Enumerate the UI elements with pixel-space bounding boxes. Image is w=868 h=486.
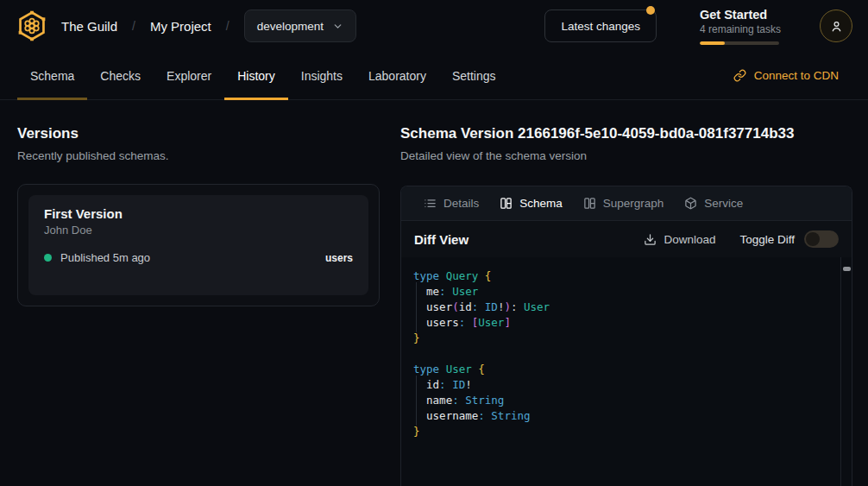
link-icon (733, 69, 746, 82)
get-started-title: Get Started (700, 8, 779, 22)
get-started-progress-track (700, 41, 779, 45)
breadcrumb-separator: / (132, 19, 135, 33)
get-started-subtitle: 4 remaining tasks (700, 23, 779, 35)
code-line: me: User (413, 284, 840, 300)
download-icon (644, 233, 657, 246)
versions-title: Versions (17, 123, 380, 144)
list-icon (424, 197, 437, 210)
latest-changes-label: Latest changes (561, 20, 640, 33)
notification-dot (646, 6, 655, 15)
toggle-diff-label: Toggle Diff (739, 233, 795, 246)
nav-tab-label: Checks (100, 69, 141, 83)
connect-to-cdn-button[interactable]: Connect to CDN (733, 52, 839, 99)
nav-tab-schema[interactable]: Schema (17, 52, 87, 99)
code-line: type User { (413, 362, 840, 377)
nav-tab-insights[interactable]: Insights (288, 52, 355, 99)
versions-subtitle: Recently published schemas. (17, 149, 380, 162)
user-avatar[interactable] (820, 9, 852, 42)
project-nav: Schema Checks Explorer History Insights … (0, 52, 868, 100)
tab-service[interactable]: Service (674, 186, 753, 220)
code-line: } (413, 331, 840, 346)
code-line: type Query { (413, 268, 840, 284)
version-detail-subtitle: Detailed view of the schema version (400, 149, 852, 162)
nav-tab-label: Explorer (167, 69, 211, 83)
version-item-author: John Doe (44, 224, 353, 237)
tab-label: Service (704, 197, 743, 210)
version-list-item[interactable]: First Version John Doe Published 5m ago … (28, 195, 368, 295)
code-line: name: String (413, 393, 840, 408)
nav-tab-label: Settings (452, 69, 496, 83)
nav-tab-label: History (237, 69, 275, 83)
code-line: user(id: ID!): User (413, 300, 840, 315)
columns-icon (583, 197, 596, 210)
main-content: Versions Recently published schemas. Fir… (0, 100, 868, 486)
nav-tab-settings[interactable]: Settings (439, 52, 509, 99)
version-item-status: Published 5m ago (60, 251, 150, 264)
toggle-knob (806, 232, 820, 246)
code-line: username: String (413, 408, 840, 424)
target-selector[interactable]: development (244, 9, 356, 42)
nav-tab-label: Schema (30, 69, 74, 83)
versions-list-card: First Version John Doe Published 5m ago … (17, 184, 380, 306)
tab-label: Schema (519, 197, 563, 210)
nav-tab-checks[interactable]: Checks (87, 52, 154, 99)
target-selector-value: development (257, 20, 324, 33)
code-line: } (413, 424, 840, 439)
download-label: Download (664, 233, 715, 246)
breadcrumb-separator: / (226, 19, 230, 33)
box-icon (684, 197, 697, 210)
tab-supergraph[interactable]: Supergraph (573, 186, 675, 220)
hive-logo-icon[interactable] (16, 9, 48, 42)
tab-schema[interactable]: Schema (489, 186, 573, 220)
version-detail-title: Schema Version 2166196f-5e10-4059-bd0a-0… (400, 123, 852, 144)
breadcrumb: The Guild / My Project / development (61, 9, 356, 42)
versions-panel: Versions Recently published schemas. Fir… (17, 100, 380, 486)
tab-details[interactable]: Details (413, 186, 489, 220)
diff-view-actions: Download Toggle Diff (644, 230, 839, 248)
breadcrumb-project[interactable]: My Project (150, 19, 211, 34)
get-started-widget[interactable]: Get Started 4 remaining tasks (700, 8, 779, 45)
toggle-diff-control: Toggle Diff (739, 230, 839, 248)
code-block[interactable]: type Query { me: User user(id: ID!): Use… (401, 257, 840, 486)
tab-label: Supergraph (603, 197, 664, 210)
code-line (413, 346, 840, 362)
nav-tab-label: Laboratory (368, 69, 426, 83)
toggle-diff-switch[interactable] (804, 230, 839, 248)
version-item-service-badge: users (325, 252, 353, 264)
version-detail-panel: Schema Version 2166196f-5e10-4059-bd0a-0… (400, 100, 852, 486)
get-started-progress-fill (700, 41, 725, 45)
app-window: The Guild / My Project / development Lat… (0, 0, 868, 486)
person-icon (829, 19, 844, 34)
version-item-title: First Version (44, 206, 353, 221)
latest-changes-button[interactable]: Latest changes (544, 9, 657, 42)
columns-icon (500, 197, 513, 210)
schema-view-panel: Details Schema Supergraph (400, 186, 852, 486)
top-bar: The Guild / My Project / development Lat… (0, 0, 868, 52)
nav-tab-explorer[interactable]: Explorer (154, 52, 224, 99)
diff-view-title: Diff View (414, 232, 469, 247)
connect-to-cdn-label: Connect to CDN (754, 69, 839, 82)
breadcrumb-org[interactable]: The Guild (61, 19, 117, 34)
download-button[interactable]: Download (644, 233, 715, 246)
code-scrollbar (840, 257, 852, 486)
code-line: id: ID! (413, 377, 840, 393)
code-line: users: [User] (413, 315, 840, 331)
nav-tab-label: Insights (301, 69, 343, 83)
published-status-dot (44, 254, 52, 262)
diff-view-toolbar: Diff View Download Toggle Diff (401, 221, 852, 257)
tab-label: Details (443, 197, 479, 210)
nav-tab-history[interactable]: History (224, 52, 288, 99)
nav-tab-laboratory[interactable]: Laboratory (355, 52, 439, 99)
chevron-down-icon (332, 21, 343, 32)
version-item-status-row: Published 5m ago users (44, 251, 353, 264)
detail-tabs: Details Schema Supergraph (401, 186, 852, 221)
scrollbar-thumb[interactable] (843, 267, 851, 271)
